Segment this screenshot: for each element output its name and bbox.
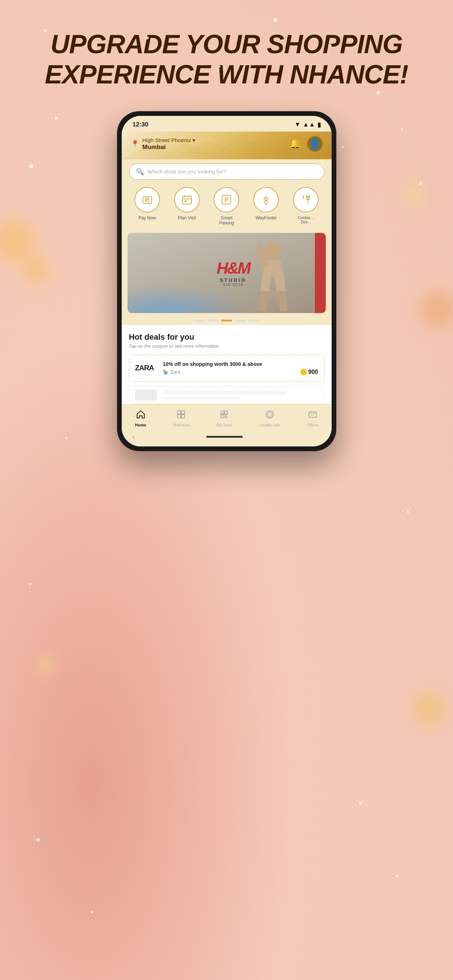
- bottom-nav: Home Mall feed: [122, 404, 332, 430]
- mall-feed-icon: [176, 410, 186, 421]
- svg-point-27: [267, 412, 272, 417]
- location-row[interactable]: 📍 High Street Phoenix ▾ Mumbai: [130, 137, 196, 151]
- nav-offers[interactable]: Offers: [307, 410, 318, 427]
- dot-4: [235, 320, 246, 321]
- action-pay-now[interactable]: Pay Now: [135, 187, 160, 226]
- coupon-brand-row: 🏪 Zara 900: [163, 369, 318, 375]
- action-plan-visit[interactable]: Plan Visit: [174, 187, 200, 226]
- svg-rect-32: [309, 412, 316, 417]
- phone-frame: 12:30 ▼ ▲▲ ▮ 📍: [118, 111, 336, 451]
- zara-logo: ZARA: [135, 364, 157, 372]
- dropdown-icon: ▾: [192, 137, 196, 143]
- svg-rect-20: [221, 411, 224, 414]
- hot-deals-subtitle: Tap on the coupon to see more informatio…: [129, 343, 324, 349]
- pay-now-label: Pay Now: [138, 215, 156, 221]
- phone-screen: 12:30 ▼ ▲▲ ▮ 📍: [122, 116, 332, 447]
- nav-mall-feed[interactable]: Mall feed: [173, 410, 189, 427]
- pay-now-icon: [135, 187, 160, 213]
- dot-3-active: [221, 320, 232, 321]
- status-time: 12:30: [133, 121, 148, 128]
- offers-icon: [308, 410, 318, 421]
- dining-label: Contac...Dini...: [298, 215, 314, 224]
- plan-visit-icon: [174, 187, 200, 213]
- location-name: High Street Phoenix ▾: [143, 137, 196, 143]
- nav-offers-label: Offers: [307, 423, 318, 427]
- dot-1: [194, 320, 205, 321]
- home-icon: [136, 410, 145, 421]
- home-indicator-bar: [206, 436, 243, 438]
- battery-icon: ▮: [318, 121, 321, 129]
- search-bar[interactable]: 🔍 Which store are you looking for?: [129, 164, 324, 180]
- nav-loyalty-hub-label: Loyalty Hub: [259, 423, 280, 427]
- location-pin-icon: 📍: [130, 140, 140, 148]
- search-bar-wrapper: 🔍 Which store are you looking for?: [122, 159, 332, 180]
- status-icons: ▼ ▲▲ ▮: [294, 121, 320, 129]
- hot-deals-title: Hot deals for you: [129, 332, 324, 342]
- search-icon: 🔍: [136, 168, 144, 176]
- nav-bill-scan-label: Bill Scan: [216, 423, 232, 427]
- svg-rect-21: [224, 411, 227, 414]
- svg-rect-19: [181, 415, 185, 418]
- banner-image: H&M STUDIO S/S 2018: [127, 233, 326, 313]
- status-bar: 12:30 ▼ ▲▲ ▮: [122, 116, 332, 132]
- coupon-card-partial: [129, 386, 324, 404]
- svg-rect-16: [178, 411, 181, 414]
- loyalty-hub-icon: [265, 410, 274, 421]
- store-icon: 🏪: [163, 369, 168, 375]
- wifi-icon: ▼: [294, 121, 300, 128]
- plan-visit-label: Plan Visit: [178, 215, 196, 221]
- svg-rect-17: [181, 411, 185, 414]
- svg-text:P: P: [224, 197, 229, 203]
- banner-brand-overlay: H&M STUDIO S/S 2018: [216, 259, 250, 287]
- smart-parking-label: Smart Parking: [213, 215, 239, 226]
- action-dining[interactable]: Contac...Dini...: [293, 187, 318, 226]
- dot-5: [249, 320, 260, 321]
- hm-season: S/S 2018: [216, 283, 250, 287]
- svg-point-12: [265, 198, 267, 199]
- coupon-points: 900: [300, 369, 318, 375]
- page-title: Upgrade Your Shopping Experience with nh…: [0, 0, 453, 104]
- nav-loyalty-hub[interactable]: Loyalty Hub: [259, 410, 280, 427]
- dining-icon: [293, 187, 318, 213]
- nav-bill-scan[interactable]: Bill Scan: [216, 410, 232, 427]
- hm-logo: H&M: [216, 259, 250, 277]
- svg-point-26: [266, 411, 273, 418]
- nav-mall-feed-label: Mall feed: [173, 423, 189, 427]
- location-text-group: High Street Phoenix ▾ Mumbai: [143, 137, 196, 151]
- svg-rect-22: [221, 415, 224, 418]
- smart-parking-icon: P: [213, 187, 239, 213]
- hm-studio: STUDIO: [216, 277, 250, 283]
- home-indicator-area: ‹: [122, 430, 332, 447]
- action-smart-parking[interactable]: P Smart Parking: [213, 187, 239, 226]
- action-wayfinder[interactable]: WayFinder: [253, 187, 279, 226]
- header-top: 📍 High Street Phoenix ▾ Mumbai 🔔 �: [130, 136, 323, 152]
- hot-deals-section: Hot deals for you Tap on the coupon to s…: [122, 325, 332, 404]
- app-header: 📍 High Street Phoenix ▾ Mumbai 🔔 �: [122, 132, 332, 159]
- back-arrow[interactable]: ‹: [133, 433, 135, 441]
- svg-rect-4: [183, 196, 191, 204]
- quick-actions: Pay Now Plan Visit: [122, 180, 332, 230]
- points-dot: [300, 369, 307, 375]
- search-placeholder: Which store are you looking for?: [148, 169, 226, 175]
- avatar[interactable]: 👤: [307, 136, 323, 152]
- coupon-card-zara[interactable]: ZARA 10% off on shopping worth 3000 & ab…: [129, 355, 324, 382]
- nav-home-label: Home: [135, 423, 146, 427]
- bill-scan-icon: [219, 410, 229, 421]
- banner-section[interactable]: H&M STUDIO S/S 2018: [122, 230, 332, 316]
- points-value: 900: [308, 369, 318, 375]
- svg-rect-8: [185, 200, 187, 202]
- svg-rect-18: [178, 415, 181, 418]
- wayfinder-icon: [253, 187, 279, 213]
- svg-point-15: [265, 242, 281, 260]
- nav-home[interactable]: Home: [135, 410, 146, 427]
- dot-2: [207, 320, 218, 321]
- carousel-dots: [122, 316, 332, 325]
- coupon-title: 10% off on shopping worth 3000 & above: [163, 361, 318, 368]
- wayfinder-label: WayFinder: [256, 215, 277, 221]
- bell-icon[interactable]: 🔔: [289, 138, 301, 150]
- coupon-info: 10% off on shopping worth 3000 & above 🏪…: [163, 361, 318, 375]
- coupon-brand-name: Zara: [170, 369, 180, 375]
- signal-icon: ▲▲: [303, 121, 315, 128]
- header-right: 🔔 👤: [289, 136, 323, 152]
- location-city: Mumbai: [143, 143, 196, 151]
